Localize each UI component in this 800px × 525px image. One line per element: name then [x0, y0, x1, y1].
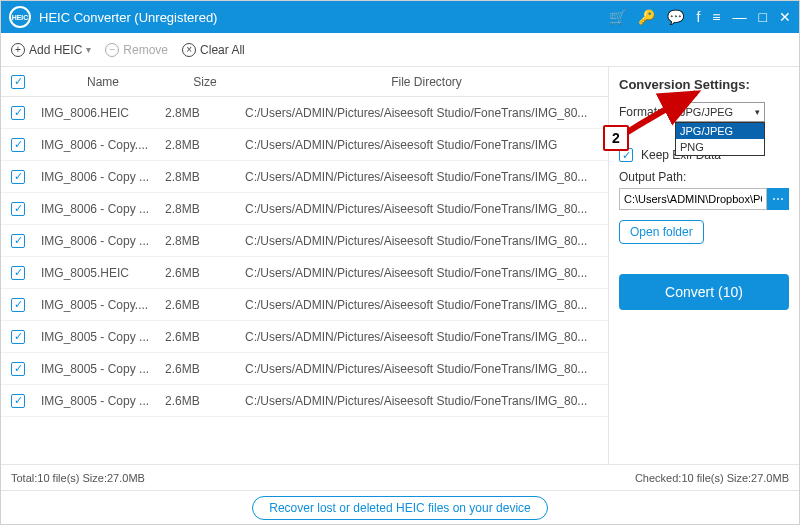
cell-name: IMG_8006.HEIC — [35, 106, 165, 120]
format-label: Format: — [619, 105, 671, 119]
table-body: ✓IMG_8006.HEIC2.8MBC:/Users/ADMIN/Pictur… — [1, 97, 608, 417]
cell-size: 2.8MB — [165, 138, 245, 152]
cell-size: 2.8MB — [165, 234, 245, 248]
cell-directory: C:/Users/ADMIN/Pictures/Aiseesoft Studio… — [245, 266, 608, 280]
format-option-png[interactable]: PNG — [676, 139, 764, 155]
cell-directory: C:/Users/ADMIN/Pictures/Aiseesoft Studio… — [245, 202, 608, 216]
output-path-input[interactable] — [619, 188, 767, 210]
header-name[interactable]: Name — [35, 75, 165, 89]
file-table: ✓ Name Size File Directory ✓IMG_8006.HEI… — [1, 67, 609, 464]
cell-size: 2.8MB — [165, 170, 245, 184]
cell-name: IMG_8006 - Copy.... — [35, 138, 165, 152]
cell-size: 2.6MB — [165, 298, 245, 312]
row-checkbox[interactable]: ✓ — [11, 266, 25, 280]
cell-size: 2.6MB — [165, 330, 245, 344]
clear-all-label: Clear All — [200, 43, 245, 57]
recover-link[interactable]: Recover lost or deleted HEIC files on yo… — [252, 496, 547, 520]
titlebar: HEIC HEIC Converter (Unregistered) 🛒 🔑 💬… — [1, 1, 799, 33]
facebook-icon[interactable]: f — [696, 9, 700, 25]
close-icon[interactable]: ✕ — [779, 9, 791, 25]
cell-name: IMG_8006 - Copy ... — [35, 202, 165, 216]
window-title: HEIC Converter (Unregistered) — [39, 10, 609, 25]
chat-icon[interactable]: 💬 — [667, 9, 684, 25]
cell-directory: C:/Users/ADMIN/Pictures/Aiseesoft Studio… — [245, 234, 608, 248]
status-checked: Checked:10 file(s) Size:27.0MB — [635, 472, 789, 484]
row-checkbox[interactable]: ✓ — [11, 106, 25, 120]
table-row[interactable]: ✓IMG_8005 - Copy ...2.6MBC:/Users/ADMIN/… — [1, 353, 608, 385]
cell-directory: C:/Users/ADMIN/Pictures/Aiseesoft Studio… — [245, 170, 608, 184]
table-row[interactable]: ✓IMG_8006 - Copy ...2.8MBC:/Users/ADMIN/… — [1, 193, 608, 225]
annotation-badge: 2 — [603, 125, 629, 151]
cart-icon[interactable]: 🛒 — [609, 9, 626, 25]
cell-size: 2.6MB — [165, 266, 245, 280]
table-row[interactable]: ✓IMG_8005 - Copy ...2.6MBC:/Users/ADMIN/… — [1, 385, 608, 417]
cell-name: IMG_8005 - Copy ... — [35, 362, 165, 376]
cell-name: IMG_8005.HEIC — [35, 266, 165, 280]
cell-name: IMG_8006 - Copy ... — [35, 234, 165, 248]
output-path-label: Output Path: — [619, 170, 789, 184]
chevron-down-icon[interactable]: ▾ — [86, 44, 91, 55]
row-checkbox[interactable]: ✓ — [11, 298, 25, 312]
format-dropdown: JPG/JPEG PNG — [675, 122, 765, 156]
convert-button[interactable]: Convert (10) — [619, 274, 789, 310]
format-selected-value: JPG/JPEG — [680, 106, 733, 118]
header-size[interactable]: Size — [165, 75, 245, 89]
clear-all-button[interactable]: × Clear All — [182, 43, 245, 57]
status-total: Total:10 file(s) Size:27.0MB — [11, 472, 145, 484]
row-checkbox[interactable]: ✓ — [11, 202, 25, 216]
app-logo-icon: HEIC — [9, 6, 31, 28]
table-header: ✓ Name Size File Directory — [1, 67, 608, 97]
add-heic-button[interactable]: + Add HEIC ▾ — [11, 43, 91, 57]
toolbar: + Add HEIC ▾ − Remove × Clear All — [1, 33, 799, 67]
cell-size: 2.6MB — [165, 394, 245, 408]
cell-directory: C:/Users/ADMIN/Pictures/Aiseesoft Studio… — [245, 138, 608, 152]
table-row[interactable]: ✓IMG_8006.HEIC2.8MBC:/Users/ADMIN/Pictur… — [1, 97, 608, 129]
cell-directory: C:/Users/ADMIN/Pictures/Aiseesoft Studio… — [245, 362, 608, 376]
maximize-icon[interactable]: □ — [759, 9, 767, 25]
row-checkbox[interactable]: ✓ — [11, 234, 25, 248]
cell-size: 2.8MB — [165, 202, 245, 216]
table-row[interactable]: ✓IMG_8006 - Copy....2.8MBC:/Users/ADMIN/… — [1, 129, 608, 161]
add-heic-label: Add HEIC — [29, 43, 82, 57]
remove-button[interactable]: − Remove — [105, 43, 168, 57]
cell-name: IMG_8005 - Copy.... — [35, 298, 165, 312]
table-row[interactable]: ✓IMG_8006 - Copy ...2.8MBC:/Users/ADMIN/… — [1, 161, 608, 193]
table-row[interactable]: ✓IMG_8005.HEIC2.6MBC:/Users/ADMIN/Pictur… — [1, 257, 608, 289]
plus-icon: + — [11, 43, 25, 57]
minimize-icon[interactable]: — — [733, 9, 747, 25]
cell-directory: C:/Users/ADMIN/Pictures/Aiseesoft Studio… — [245, 106, 608, 120]
settings-panel: Conversion Settings: Format: JPG/JPEG ▾ … — [609, 67, 799, 464]
row-checkbox[interactable]: ✓ — [11, 170, 25, 184]
browse-button[interactable]: ⋯ — [767, 188, 789, 210]
cell-directory: C:/Users/ADMIN/Pictures/Aiseesoft Studio… — [245, 330, 608, 344]
cell-directory: C:/Users/ADMIN/Pictures/Aiseesoft Studio… — [245, 298, 608, 312]
format-select[interactable]: JPG/JPEG ▾ — [675, 102, 765, 122]
settings-heading: Conversion Settings: — [619, 77, 789, 92]
table-row[interactable]: ✓IMG_8005 - Copy ...2.6MBC:/Users/ADMIN/… — [1, 321, 608, 353]
table-row[interactable]: ✓IMG_8005 - Copy....2.6MBC:/Users/ADMIN/… — [1, 289, 608, 321]
row-checkbox[interactable]: ✓ — [11, 394, 25, 408]
x-icon: × — [182, 43, 196, 57]
row-checkbox[interactable]: ✓ — [11, 362, 25, 376]
header-directory[interactable]: File Directory — [245, 75, 608, 89]
cell-directory: C:/Users/ADMIN/Pictures/Aiseesoft Studio… — [245, 394, 608, 408]
footer: Recover lost or deleted HEIC files on yo… — [1, 490, 799, 524]
cell-name: IMG_8005 - Copy ... — [35, 330, 165, 344]
cell-name: IMG_8005 - Copy ... — [35, 394, 165, 408]
chevron-down-icon: ▾ — [755, 107, 760, 117]
cell-size: 2.6MB — [165, 362, 245, 376]
cell-name: IMG_8006 - Copy ... — [35, 170, 165, 184]
row-checkbox[interactable]: ✓ — [11, 138, 25, 152]
table-row[interactable]: ✓IMG_8006 - Copy ...2.8MBC:/Users/ADMIN/… — [1, 225, 608, 257]
row-checkbox[interactable]: ✓ — [11, 330, 25, 344]
format-option-jpg[interactable]: JPG/JPEG — [676, 123, 764, 139]
key-icon[interactable]: 🔑 — [638, 9, 655, 25]
content-area: ✓ Name Size File Directory ✓IMG_8006.HEI… — [1, 67, 799, 464]
cell-size: 2.8MB — [165, 106, 245, 120]
minus-icon: − — [105, 43, 119, 57]
select-all-checkbox[interactable]: ✓ — [11, 75, 25, 89]
open-folder-button[interactable]: Open folder — [619, 220, 704, 244]
remove-label: Remove — [123, 43, 168, 57]
menu-icon[interactable]: ≡ — [712, 9, 720, 25]
status-bar: Total:10 file(s) Size:27.0MB Checked:10 … — [1, 464, 799, 490]
